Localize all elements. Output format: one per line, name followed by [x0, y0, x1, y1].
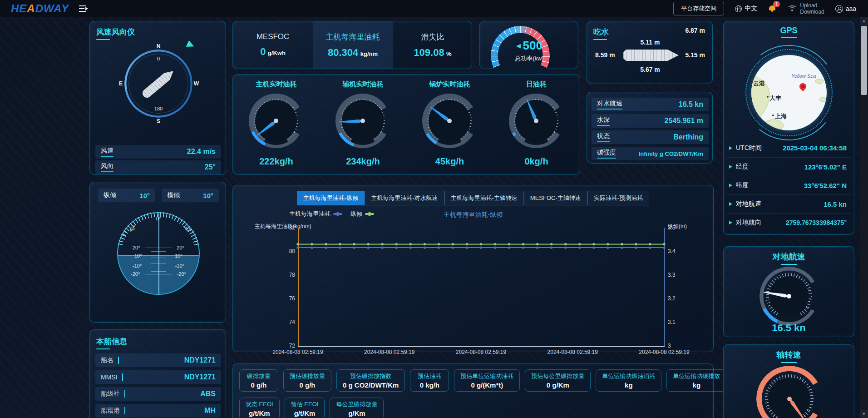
map-dot [767, 96, 769, 98]
power-pointer-icon: ◀ [516, 42, 521, 49]
inclinometer-card: 纵倾10° 横倾10° 0° 40° -40° 20° 20° 10° 10° … [89, 182, 226, 323]
shaft-title: 轴转速 [724, 349, 854, 360]
tab-mesfoc-shaft[interactable]: MESFOC-主轴转速 [524, 191, 587, 205]
stat-chip: 单位运输功燃油消耗kg [596, 369, 661, 392]
sidebar-collapse-icon[interactable] [79, 5, 88, 12]
aux-engine-fuel-gauge: 辅机实时油耗 234kg/h [320, 75, 406, 175]
draft-top: 5.11 m [587, 39, 713, 46]
power-value: 500 [523, 39, 542, 52]
power-caption: 总功率(kw) [480, 55, 579, 63]
map-place-shanghai: 上海 [775, 112, 787, 120]
incl-row-label: 20° [133, 245, 140, 250]
stat-chip: 每公里碳排放量g/Km [330, 398, 384, 418]
wind-compass: N 0 E W 180 S [124, 50, 192, 118]
gps-title: GPS [724, 26, 854, 35]
stats-row-1: 碳排放量0 g/h 预估碳排放量0 g/h 预估碳排放指数0 g CO2/DWT… [239, 369, 726, 392]
draft-bottom: 5.67 m [587, 66, 713, 73]
incl-row-label: -20° [131, 271, 140, 277]
incl-row-label: -10° [175, 263, 184, 269]
tab-fuel-trim[interactable]: 主机每海里油耗-纵倾 [297, 191, 365, 205]
notification-bell[interactable]: 1 [768, 4, 777, 13]
speed-status-panel: 对水航速16.5 kn 水深2545.961 m 状态Berthing 碳强度I… [587, 92, 713, 164]
water-depth-row: 水深2545.961 m [592, 114, 709, 128]
wind-card-title: 风速风向仪 [96, 27, 135, 37]
compass-w: W [194, 80, 199, 87]
mesfoc-col: MESFOC 0 g/Kwh [233, 21, 313, 69]
user-icon [835, 5, 843, 13]
map-dot [772, 114, 774, 116]
compass-n: N [157, 43, 161, 50]
chart-xlabels: 2024-08-08 02:59:192024-08-08 02:59:1920… [256, 349, 706, 355]
language-selector[interactable]: 中文 [735, 5, 757, 13]
draft-top-right: 6.87 m [685, 27, 705, 34]
user-menu[interactable]: aaa [835, 5, 856, 13]
emission-stats-card: 碳排放量0 g/h 预估碳排放量0 g/h 预估碳排放指数0 g CO2/DWT… [232, 363, 714, 418]
compass-0: 0 [157, 56, 160, 61]
map-sea-label: Yellow Sea [791, 73, 816, 79]
sog-title: 对地航速 [724, 251, 854, 262]
mesfoc-card: MESFOC 0 g/Kwh 主机每海里油耗 80.304 kg/nm 滑失比 … [232, 21, 472, 69]
carbon-intensity-row: 碳强度Infinity g CO2/DWT/Km [592, 147, 709, 160]
stat-chip: 预估每公里碳排放量0 g/Km [525, 369, 591, 392]
arrow-icon [729, 165, 732, 169]
ship-info-title: 本船信息 [96, 336, 127, 347]
mmsi-row: MMSI NDY1271 [95, 370, 221, 384]
stw-row: 对水航速16.5 kn [592, 98, 709, 111]
arrow-icon [729, 146, 732, 150]
stat-chip: 预估单位运输功油耗0 g/(Km*t) [454, 369, 520, 392]
daily-fuel-gauge: 日油耗 0kg/h [493, 75, 580, 175]
stat-chip: 状态 EEOIg/t/Km [239, 398, 280, 418]
draft-ship-icon [623, 50, 679, 61]
heel-chip: 横倾10° [162, 189, 219, 202]
status-row: 状态Berthing [592, 130, 709, 144]
total-power-card: ◀ 500 总功率(kw) [479, 21, 578, 69]
map-place-dafeng: 大丰 [769, 94, 781, 102]
trim-chip: 纵倾10° [98, 189, 155, 202]
map-place-lianyungang: 云港 [753, 80, 765, 88]
stat-chip: 预估碳排放指数0 g CO2/DWT/Km [336, 369, 405, 392]
incl-row-label: 10° [175, 253, 182, 259]
globe-icon [735, 5, 742, 12]
tab-fuel-shaft[interactable]: 主机每海里油耗-主轴转速 [444, 191, 524, 205]
tab-actual-predicted[interactable]: 实际油耗-预测油耗 [587, 191, 649, 205]
draft-title: 吃水 [593, 27, 609, 37]
arrow-icon [729, 184, 732, 187]
wind-direction-arrow-icon [186, 40, 195, 50]
sog-gauge-card: 对地航速 16.5 kn [723, 246, 854, 337]
draft-card: 吃水 6.87 m 5.11 m 8.59 m 5.15 m 5.67 m [587, 21, 713, 84]
fuel-trim-chart-card: 主机每海里油耗-纵倾主机每海里油耗-对水航速主机每海里油耗-主轴转速MESFOC… [232, 185, 714, 352]
chart-yticks-right: 3.53.43.33.23.13 [668, 224, 687, 349]
longitude-row: 经度123°6'5.02" E [727, 157, 851, 176]
stat-chip: 预估 EEOIg/t/Km [285, 398, 325, 418]
tab-fuel-stw[interactable]: 主机每海里油耗-对水航速 [365, 191, 444, 205]
ship-info-card: 本船信息 船名 NDY1271 MMSI NDY1271 船级社 ABS 船籍港… [89, 329, 226, 418]
slip-ratio-col: 滑失比 109.08 % [393, 21, 473, 69]
scroll-down-icon[interactable]: ▼ [860, 410, 868, 418]
ship-name-row: 船名 NDY1271 [95, 353, 221, 367]
boiler-fuel-gauge: 锅炉实时油耗 45kg/h [406, 75, 493, 175]
chart-tabs: 主机每海里油耗-纵倾主机每海里油耗-对水航速主机每海里油耗-主轴转速MESFOC… [233, 191, 713, 205]
scroll-up-icon[interactable]: ▲ [860, 17, 868, 25]
scrollbar-thumb[interactable] [861, 26, 867, 95]
top-bar: HEADWAY 平台存储空间 中文 1 UploadDownload aaa [0, 0, 868, 17]
platform-storage-button[interactable]: 平台存储空间 [673, 2, 724, 15]
chart-axis-bottom [298, 346, 665, 347]
wind-speed-row: 风速22.4 m/s [95, 145, 221, 159]
fuel-per-nm-col: 主机每海里油耗 80.304 kg/nm [313, 21, 393, 69]
compass-s: S [157, 118, 160, 124]
stat-chip: 预估碳排放量0 g/h [283, 369, 331, 392]
stat-chip: 碳排放量0 g/h [239, 369, 278, 392]
incl-row-label: 10° [134, 253, 142, 259]
chart-plot[interactable] [298, 228, 664, 346]
gps-map: Yellow Sea 云港 大丰 上海 [751, 55, 827, 130]
compass-e: E [119, 80, 123, 87]
main-content: 风速风向仪 N 0 E W 180 S 风速22.4 m/s 风向25° 纵倾1… [0, 17, 868, 418]
page-scrollbar[interactable]: ▲ ▼ [860, 17, 868, 418]
wind-card: 风速风向仪 N 0 E W 180 S 风速22.4 m/s 风向25° [89, 21, 226, 175]
sog-row: 对地航速16.5 kn [727, 194, 851, 213]
draft-left: 8.59 m [595, 51, 615, 59]
main-engine-fuel-gauge: 主机实时油耗 222kg/h [233, 75, 320, 175]
draft-right: 5.15 m [685, 51, 705, 59]
upload-download[interactable]: UploadDownload [788, 2, 824, 15]
headway-logo: HEADWAY [11, 2, 69, 15]
